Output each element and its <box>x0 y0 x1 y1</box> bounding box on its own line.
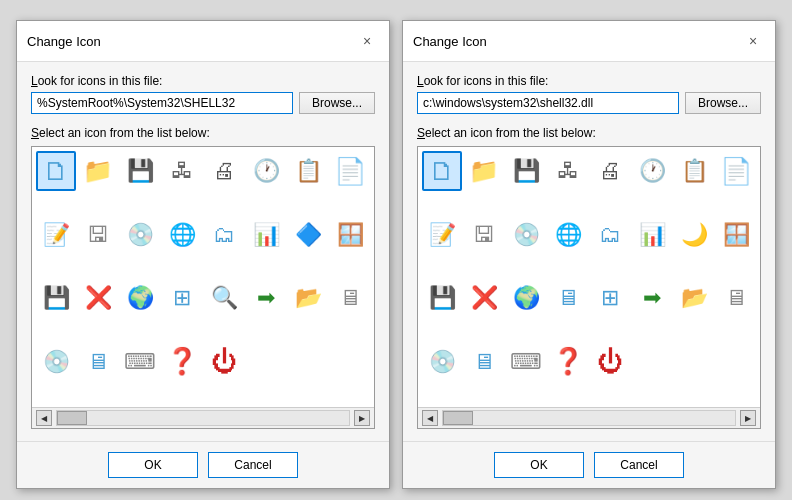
harddisk-icon-symbol: 🖥 <box>720 282 752 314</box>
folder-icon-symbol: 📁 <box>82 155 114 187</box>
chart-icon[interactable]: 📊 <box>246 215 286 255</box>
keypad-icon[interactable]: ⌨ <box>120 342 160 382</box>
harddisk-icon[interactable]: 🖥 <box>330 278 370 318</box>
dialog2-file-label: Look for icons in this file: <box>417 74 761 88</box>
network-icon[interactable]: 🖧 <box>162 151 202 191</box>
diskdrive-icon[interactable]: 💿 <box>120 215 160 255</box>
tiles-icon[interactable]: ⊞ <box>590 278 630 318</box>
monitor2-icon[interactable]: 🖥 <box>548 278 588 318</box>
monitor-icon[interactable]: 🖥 <box>78 342 118 382</box>
dialog2-close-button[interactable]: × <box>741 29 765 53</box>
dialog2-footer: OK Cancel <box>403 441 775 488</box>
help-icon[interactable]: ❓ <box>162 342 202 382</box>
cd-icon[interactable]: 💿 <box>36 342 76 382</box>
globe2-icon-symbol: 🌍 <box>124 282 156 314</box>
dialog2-browse-button[interactable]: Browse... <box>685 92 761 114</box>
serverdrive-icon[interactable]: 🖫 <box>78 215 118 255</box>
arrowgreen-icon[interactable]: ➡ <box>246 278 286 318</box>
puzzle-icon[interactable]: 🔷 <box>288 215 328 255</box>
globe-icon[interactable]: 🌐 <box>548 215 588 255</box>
yellowfolder-icon[interactable]: 📂 <box>674 278 714 318</box>
globe-icon[interactable]: 🌐 <box>162 215 202 255</box>
dialog2-scroll-thumb[interactable] <box>443 411 473 425</box>
globe2-icon[interactable]: 🌍 <box>120 278 160 318</box>
dialog2-scroll-track[interactable] <box>442 410 736 426</box>
dialog1-browse-button[interactable]: Browse... <box>299 92 375 114</box>
network2-icon[interactable]: 🗂 <box>590 215 630 255</box>
dialog2-scrollbar[interactable]: ◀ ▶ <box>418 407 760 428</box>
doctext-icon-symbol: 📝 <box>426 219 458 251</box>
document2-icon[interactable]: 📄 <box>330 151 370 191</box>
yellowfolder-icon[interactable]: 📂 <box>288 278 328 318</box>
harddisk-icon-symbol: 🖥 <box>334 282 366 314</box>
power-icon[interactable]: ⏻ <box>204 342 244 382</box>
dialog1: Change Icon × Look for icons in this fil… <box>16 20 390 489</box>
dialog2-scroll-left[interactable]: ◀ <box>422 410 438 426</box>
dialog1-footer: OK Cancel <box>17 441 389 488</box>
doctext-icon[interactable]: 📝 <box>36 215 76 255</box>
dialog1-scroll-track[interactable] <box>56 410 350 426</box>
dialog1-scroll-left[interactable]: ◀ <box>36 410 52 426</box>
help-icon[interactable]: ❓ <box>548 342 588 382</box>
dialog1-scrollbar[interactable]: ◀ ▶ <box>32 407 374 428</box>
monitor-icon[interactable]: 🖥 <box>464 342 504 382</box>
network-icon[interactable]: 🖧 <box>548 151 588 191</box>
dialog2-ok-button[interactable]: OK <box>494 452 584 478</box>
arrowgreen-icon-symbol: ➡ <box>250 282 282 314</box>
dialog2-file-input[interactable] <box>417 92 679 114</box>
dialog1-close-button[interactable]: × <box>355 29 379 53</box>
tiles-icon[interactable]: ⊞ <box>162 278 202 318</box>
keypad-icon-symbol: ⌨ <box>510 346 542 378</box>
redx-icon[interactable]: ❌ <box>464 278 504 318</box>
harddisk-icon[interactable]: 🖥 <box>716 278 756 318</box>
globe2-icon[interactable]: 🌍 <box>506 278 546 318</box>
harddrive-icon[interactable]: 💾 <box>120 151 160 191</box>
chart-icon[interactable]: 📊 <box>632 215 672 255</box>
document-icon[interactable]: 🗋 <box>422 151 462 191</box>
document2-icon[interactable]: 📄 <box>716 151 756 191</box>
clock-icon[interactable]: 🕐 <box>246 151 286 191</box>
floppy-icon[interactable]: 💾 <box>422 278 462 318</box>
dialog1-body: Look for icons in this file: Browse... S… <box>17 62 389 441</box>
dialog1-scroll-thumb[interactable] <box>57 411 87 425</box>
power-icon[interactable]: ⏻ <box>590 342 630 382</box>
floppy-icon[interactable]: 💾 <box>36 278 76 318</box>
moon-icon[interactable]: 🌙 <box>674 215 714 255</box>
window-icon[interactable]: 🪟 <box>330 215 370 255</box>
bluedoc-icon[interactable]: 📋 <box>674 151 714 191</box>
dialog2-scroll-right[interactable]: ▶ <box>740 410 756 426</box>
bluedoc-icon[interactable]: 📋 <box>288 151 328 191</box>
floppy-icon-symbol: 💾 <box>426 282 458 314</box>
printer-icon[interactable]: 🖨 <box>204 151 244 191</box>
cd-icon-symbol: 💿 <box>40 346 72 378</box>
harddrive-icon[interactable]: 💾 <box>506 151 546 191</box>
arrowgreen-icon-symbol: ➡ <box>636 282 668 314</box>
window-icon[interactable]: 🪟 <box>716 215 756 255</box>
dialog1-file-input[interactable] <box>31 92 293 114</box>
globe-icon-symbol: 🌐 <box>166 219 198 251</box>
serverdrive-icon[interactable]: 🖫 <box>464 215 504 255</box>
folder-icon[interactable]: 📁 <box>464 151 504 191</box>
search-icon-symbol: 🔍 <box>208 282 240 314</box>
dialog2: Change Icon × Look for icons in this fil… <box>402 20 776 489</box>
printer-icon[interactable]: 🖨 <box>590 151 630 191</box>
dialog1-scroll-right[interactable]: ▶ <box>354 410 370 426</box>
network2-icon[interactable]: 🗂 <box>204 215 244 255</box>
arrowgreen-icon[interactable]: ➡ <box>632 278 672 318</box>
search-icon[interactable]: 🔍 <box>204 278 244 318</box>
dialog1-cancel-button[interactable]: Cancel <box>208 452 298 478</box>
doctext-icon[interactable]: 📝 <box>422 215 462 255</box>
folder-icon[interactable]: 📁 <box>78 151 118 191</box>
printer-icon-symbol: 🖨 <box>208 155 240 187</box>
cd-icon[interactable]: 💿 <box>422 342 462 382</box>
dialog2-titlebar: Change Icon × <box>403 21 775 62</box>
document-icon[interactable]: 🗋 <box>36 151 76 191</box>
harddrive-icon-symbol: 💾 <box>124 155 156 187</box>
diskdrive-icon[interactable]: 💿 <box>506 215 546 255</box>
network2-icon-symbol: 🗂 <box>208 219 240 251</box>
dialog1-ok-button[interactable]: OK <box>108 452 198 478</box>
keypad-icon[interactable]: ⌨ <box>506 342 546 382</box>
redx-icon[interactable]: ❌ <box>78 278 118 318</box>
dialog2-cancel-button[interactable]: Cancel <box>594 452 684 478</box>
clock-icon[interactable]: 🕐 <box>632 151 672 191</box>
